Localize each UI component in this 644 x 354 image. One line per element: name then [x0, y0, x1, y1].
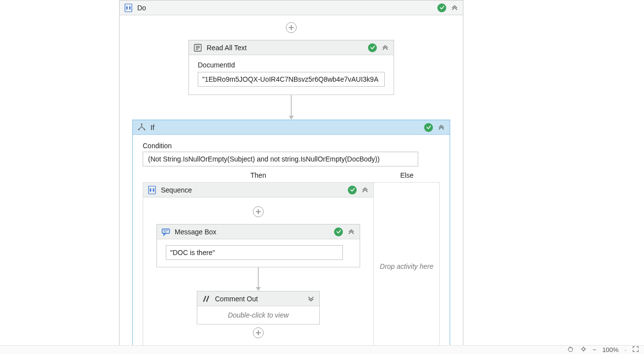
flow-connector [258, 267, 259, 291]
add-activity-button[interactable] [253, 206, 264, 217]
sequence-title: Sequence [161, 186, 344, 194]
comment-out-header[interactable]: Comment Out [197, 291, 319, 306]
add-activity-button[interactable] [286, 22, 297, 33]
do-activity-header[interactable]: Do [120, 0, 463, 15]
comment-slash-icon [201, 294, 211, 304]
collapse-toggle[interactable] [381, 43, 390, 52]
then-drop-zone[interactable]: Sequence [143, 182, 374, 351]
else-label: Else [374, 170, 440, 182]
comment-out-activity[interactable]: Comment Out Double-click to view [197, 291, 320, 324]
message-text-input[interactable]: "DOC is there" [166, 245, 343, 260]
designer-status-bar: − 100% · [0, 345, 644, 354]
if-activity-title: If [151, 124, 420, 131]
workflow-canvas[interactable]: Do Read All Text [0, 0, 644, 354]
validation-ok-icon [348, 186, 357, 194]
collapse-toggle[interactable] [437, 123, 446, 132]
message-box-title: Message Box [175, 228, 330, 236]
validation-ok-icon [334, 227, 343, 236]
collapse-toggle[interactable] [450, 3, 459, 12]
comment-out-hint[interactable]: Double-click to view [197, 306, 319, 324]
condition-input[interactable]: (Not String.IsNullOrEmpty(Subject) and n… [143, 152, 418, 166]
message-box-body: "DOC is there" [157, 239, 360, 267]
if-activity[interactable]: If Condition (Not String.IsNullOrEmpty(S… [132, 120, 450, 354]
branch-labels-row: Then Else [143, 170, 440, 182]
read-all-text-header[interactable]: Read All Text [189, 40, 394, 55]
document-text-icon [193, 43, 203, 53]
zoom-reset-icon[interactable] [580, 346, 587, 354]
sequence-body: Message Box [143, 197, 373, 350]
expand-toggle[interactable] [307, 294, 315, 303]
read-all-text-body: DocumentId "1EbRo9m5JOQX-UoIR4C7NBsvz5r6… [189, 55, 394, 95]
svg-point-7 [582, 348, 585, 351]
message-box-header[interactable]: Message Box [157, 225, 360, 239]
sequence-icon [123, 3, 133, 13]
fit-screen-icon[interactable] [632, 346, 639, 354]
validation-ok-icon [368, 43, 377, 52]
flow-connector [291, 95, 292, 120]
else-placeholder: Drop activity here [380, 262, 433, 270]
condition-label: Condition [143, 142, 440, 150]
branch-icon [137, 123, 147, 132]
validation-ok-icon [424, 123, 433, 132]
svg-point-3 [138, 129, 139, 130]
sequence-header[interactable]: Sequence [143, 183, 373, 197]
if-body: Condition (Not String.IsNullOrEmpty(Subj… [133, 135, 450, 354]
collapse-toggle[interactable] [361, 186, 369, 194]
do-activity[interactable]: Do Read All Text [119, 0, 463, 354]
read-all-text-activity[interactable]: Read All Text DocumentId "1EbRo9m5JOQX-U… [188, 40, 394, 95]
message-box-activity[interactable]: Message Box [156, 224, 360, 267]
comment-out-title: Comment Out [215, 295, 303, 303]
documentid-input[interactable]: "1EbRo9m5JOQX-UoIR4C7NBsvz5r6Q8wb4e7vAUI… [198, 72, 385, 87]
else-drop-zone[interactable]: Drop activity here [374, 182, 440, 351]
branches-row: Sequence [143, 182, 440, 351]
svg-point-4 [144, 129, 145, 130]
do-activity-title: Do [137, 4, 433, 12]
svg-point-2 [141, 123, 142, 125]
validation-ok-icon [437, 3, 446, 12]
read-all-text-title: Read All Text [207, 44, 364, 52]
pan-hand-icon[interactable] [567, 346, 574, 354]
sequence-activity[interactable]: Sequence [143, 183, 373, 350]
documentid-label: DocumentId [198, 61, 385, 69]
sequence-icon [147, 185, 157, 195]
svg-rect-6 [162, 229, 170, 233]
zoom-level: 100% [602, 346, 618, 354]
then-label: Then [143, 170, 374, 182]
collapse-toggle[interactable] [347, 227, 356, 236]
message-icon [161, 227, 171, 237]
if-activity-header[interactable]: If [133, 120, 450, 135]
add-activity-button[interactable] [253, 327, 264, 338]
